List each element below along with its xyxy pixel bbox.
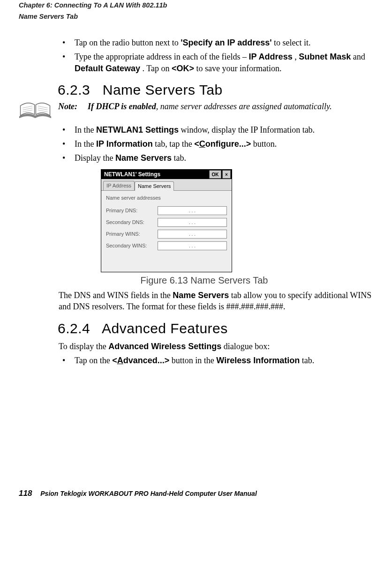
- text: ,: [294, 52, 299, 61]
- text: Type the appropriate address in each of …: [75, 52, 249, 61]
- note-rest: , name server addresses are assigned aut…: [156, 102, 332, 111]
- heading-number: 6.2.4: [58, 321, 90, 336]
- field-default-gateway: Default Gateway: [75, 64, 140, 73]
- field-row-secondary-wins: Secondary WINS: . . .: [106, 241, 227, 250]
- book-icon: [19, 101, 52, 120]
- text: To display the: [59, 342, 108, 351]
- text: to select it.: [274, 38, 310, 47]
- wireless-information-label: Wireless Information: [216, 356, 300, 365]
- figure-caption: Figure 6.13 Name Servers Tab: [35, 274, 373, 287]
- paragraph: The DNS and WINS fields in the Name Serv…: [59, 290, 373, 313]
- ip-information-label: IP Information: [96, 139, 153, 149]
- tab-row: IP Address Name Servers: [101, 179, 232, 191]
- text: and: [353, 52, 365, 61]
- netwlan-settings-label: NETWLAN1 Settings: [96, 125, 179, 135]
- field-row-primary-dns: Primary DNS: . . .: [106, 206, 227, 215]
- close-button[interactable]: ×: [222, 170, 231, 179]
- text: tab, tap the: [155, 139, 194, 149]
- note-bold: If DHCP is enabled: [88, 102, 156, 111]
- name-servers-label: Name Servers: [115, 153, 172, 163]
- running-header-section: Name Servers Tab: [19, 12, 373, 22]
- text: tab.: [302, 356, 315, 365]
- text: to save your information.: [196, 64, 281, 73]
- ok-button[interactable]: OK: [209, 170, 221, 179]
- heading-title: Advanced Features: [102, 321, 228, 336]
- bullet-item: In the NETWLAN1 Settings window, display…: [59, 124, 373, 135]
- text: window, display the IP Information tab.: [181, 125, 315, 135]
- label-secondary-wins: Secondary WINS:: [106, 242, 158, 249]
- input-primary-dns[interactable]: . . .: [158, 206, 227, 215]
- text: dialogue box:: [224, 342, 270, 351]
- dialog-titlebar: NETWLAN1' Settings OK ×: [101, 170, 232, 179]
- specify-ip-label: 'Specify an IP address': [181, 38, 271, 47]
- heading-number: 6.2.3: [58, 82, 90, 97]
- bullet-item: In the IP Information tab, tap the <Conf…: [59, 138, 373, 150]
- bullet-item: Display the Name Servers tab.: [59, 152, 373, 164]
- heading-6-2-4: 6.2.4 Advanced Features: [58, 319, 373, 338]
- text: In the: [75, 139, 96, 149]
- footer-text: Psion Teklogix WORKABOUT PRO Hand-Held C…: [40, 490, 257, 497]
- label-primary-dns: Primary DNS:: [106, 207, 158, 214]
- text: The DNS and WINS fields in the: [59, 291, 173, 300]
- note-row: Note: If DHCP is enabled, name server ad…: [19, 101, 373, 120]
- bullet-item: Tap on the radio button next to 'Specify…: [59, 37, 373, 48]
- text: In the: [75, 125, 96, 135]
- field-subnet-mask: Subnet Mask: [299, 52, 351, 61]
- input-primary-wins[interactable]: . . .: [158, 230, 227, 239]
- heading-6-2-3: 6.2.3 Name Servers Tab: [58, 81, 373, 100]
- field-row-secondary-dns: Secondary DNS: . . .: [106, 218, 227, 227]
- tab-name-servers[interactable]: Name Servers: [135, 181, 174, 191]
- note-label: Note:: [58, 102, 77, 111]
- heading-title: Name Servers Tab: [103, 82, 223, 97]
- label-secondary-dns: Secondary DNS:: [106, 219, 158, 226]
- dialog-window: NETWLAN1' Settings OK × IP Address Name …: [101, 169, 232, 272]
- bullet-item: Tap on the <Advanced...> button in the W…: [59, 355, 373, 366]
- field-ip-address: IP Address: [249, 52, 293, 61]
- dialog-heading: Name server addresses: [106, 194, 227, 202]
- advanced-wireless-settings-label: Advanced Wireless Settings: [108, 342, 221, 351]
- text: Tap on the radio button next to: [75, 38, 181, 47]
- tab-ip-address[interactable]: IP Address: [103, 181, 135, 190]
- field-row-primary-wins: Primary WINS: . . .: [106, 230, 227, 239]
- input-secondary-dns[interactable]: . . .: [158, 218, 227, 227]
- text: Display the: [75, 153, 115, 163]
- ok-button-label: <OK>: [172, 64, 194, 73]
- text: button in the: [172, 356, 217, 365]
- advanced-button-label: <Advanced...>: [112, 356, 169, 365]
- label-primary-wins: Primary WINS:: [106, 231, 158, 238]
- text: button.: [253, 139, 277, 149]
- bullet-list-mid: In the NETWLAN1 Settings window, display…: [59, 124, 373, 164]
- dialog-title: NETWLAN1' Settings: [102, 171, 208, 178]
- bullet-list-top: Tap on the radio button next to 'Specify…: [59, 37, 373, 74]
- text: Tap on the: [75, 356, 112, 365]
- bullet-item: Type the appropriate address in each of …: [59, 51, 373, 74]
- running-header-chapter: Chapter 6: Connecting To A LAN With 802.…: [19, 1, 373, 10]
- input-secondary-wins[interactable]: . . .: [158, 241, 227, 250]
- paragraph: To display the Advanced Wireless Setting…: [59, 341, 373, 352]
- configure-button-label: <Configure...>: [194, 139, 251, 149]
- page-number: 118: [19, 489, 32, 498]
- dialog-body: Name server addresses Primary DNS: . . .…: [101, 191, 232, 272]
- page-footer: 118 Psion Teklogix WORKABOUT PRO Hand-He…: [19, 488, 373, 499]
- text: . Tap on: [143, 64, 172, 73]
- name-servers-inline: Name Servers: [173, 291, 229, 300]
- text: tab.: [174, 153, 187, 163]
- bullet-list-bottom: Tap on the <Advanced...> button in the W…: [59, 355, 373, 366]
